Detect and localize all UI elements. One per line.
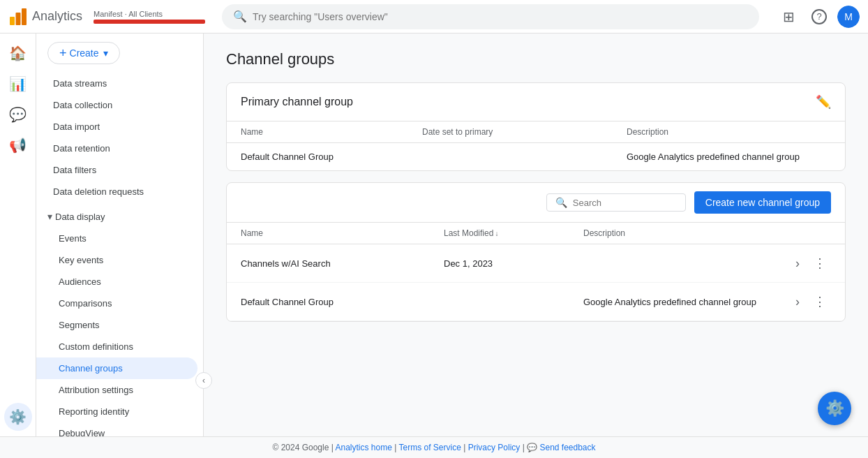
plus-icon: + — [59, 47, 67, 59]
apps-icon: ⊞ — [783, 8, 795, 25]
col-date: Date set to primary — [422, 127, 627, 137]
sidebar-item-data-import[interactable]: Data import — [36, 116, 197, 138]
sidebar-section-data-display[interactable]: ▾ Data display — [36, 205, 203, 228]
row-description: Google Analytics predefined channel grou… — [583, 297, 786, 307]
nav-settings[interactable]: ⚙️ — [4, 403, 32, 431]
col-name: Name — [241, 127, 422, 137]
table-row: Default Channel Group Google Analytics p… — [227, 283, 845, 321]
sidebar-item-label: Audiences — [59, 276, 101, 287]
search-icon: 🔍 — [555, 197, 567, 208]
privacy-link[interactable]: Privacy Policy — [468, 443, 521, 452]
chevron-down-icon: ▾ — [103, 47, 108, 59]
sidebar-item-data-streams[interactable]: Data streams — [36, 73, 197, 94]
primary-table-header: Name Date set to primary Description — [227, 121, 845, 143]
sidebar-item-label: Attribution settings — [59, 385, 133, 395]
nav-home[interactable]: 🏠 — [4, 39, 32, 67]
sidebar-item-reporting-identity[interactable]: Reporting identity — [36, 401, 197, 422]
sidebar-item-label: Data filters — [53, 165, 96, 175]
sidebar-item-label: Data retention — [53, 143, 110, 154]
feedback-icon: 💬 — [527, 443, 537, 452]
edit-button[interactable]: ✏️ — [816, 94, 831, 110]
create-channel-group-button[interactable]: Create new channel group — [694, 191, 831, 214]
primary-row-description: Google Analytics predefined channel grou… — [627, 152, 831, 162]
help-button[interactable]: ? — [807, 4, 832, 29]
search-bar[interactable]: 🔍 — [222, 4, 759, 29]
sidebar-item-data-retention[interactable]: Data retention — [36, 138, 197, 159]
sidebar-item-data-collection[interactable]: Data collection — [36, 94, 197, 116]
logo[interactable]: Analytics — [8, 7, 82, 27]
copyright: © 2024 Google — [272, 443, 329, 452]
list-table-header: Name Last Modified ↓ Description — [227, 222, 845, 244]
sidebar-item-label: Channel groups — [59, 363, 123, 374]
nav-explore[interactable]: 💬 — [4, 101, 32, 128]
main-layout: 🏠 📊 💬 📢 ⚙️ + Create ▾ Data streams Data … — [0, 34, 868, 436]
row-more-button[interactable]: ⋮ — [809, 291, 831, 312]
primary-row-name: Default Channel Group — [241, 152, 422, 162]
avatar[interactable]: M — [837, 6, 860, 28]
apps-button[interactable]: ⊞ — [776, 4, 801, 29]
sidebar-item-label: Custom definitions — [59, 341, 133, 352]
sidebar-item-data-filters[interactable]: Data filters — [36, 159, 197, 181]
row-expand-button[interactable]: › — [786, 292, 809, 312]
sidebar-collapse-button[interactable]: ‹ — [195, 372, 212, 389]
primary-channel-group-card: Primary channel group ✏️ Name Date set t… — [226, 82, 846, 171]
table-row: Channels w/AI Search Dec 1, 2023 › ⋮ — [227, 244, 845, 283]
logo-text: Analytics — [32, 9, 82, 24]
sidebar-item-label: Data collection — [53, 100, 112, 110]
nav-icons: 🏠 📊 💬 📢 ⚙️ — [0, 34, 36, 436]
topbar-actions: ⊞ ? M — [776, 4, 860, 29]
primary-table-row: Default Channel Group Google Analytics p… — [227, 143, 845, 170]
property-selector[interactable]: Manifest · All Clients — [93, 10, 205, 24]
svg-text:M: M — [844, 11, 853, 22]
list-col-modified[interactable]: Last Modified ↓ — [444, 228, 583, 238]
sidebar-item-audiences[interactable]: Audiences — [36, 271, 197, 293]
settings-fab[interactable]: ⚙️ — [818, 392, 851, 425]
primary-card-header: Primary channel group ✏️ — [227, 83, 845, 121]
sidebar-item-data-deletion[interactable]: Data deletion requests — [36, 181, 197, 202]
sidebar-item-debugview[interactable]: DebugView — [36, 422, 197, 436]
row-more-button[interactable]: ⋮ — [809, 253, 831, 274]
sidebar-item-label: Data streams — [53, 78, 107, 89]
sidebar-item-label: Key events — [59, 255, 103, 265]
search-input[interactable] — [253, 11, 748, 22]
terms-link[interactable]: Terms of Service — [398, 443, 461, 452]
sidebar-item-custom-definitions[interactable]: Custom definitions — [36, 336, 197, 357]
analytics-home-link[interactable]: Analytics home — [336, 443, 392, 452]
create-button[interactable]: + Create ▾ — [47, 42, 120, 64]
sidebar-item-comparisons[interactable]: Comparisons — [36, 293, 197, 314]
search-icon: 🔍 — [233, 10, 247, 23]
settings-fab-icon: ⚙️ — [825, 399, 844, 418]
topbar: Analytics Manifest · All Clients 🔍 ⊞ ? M — [0, 0, 868, 34]
nav-reports[interactable]: 📊 — [4, 70, 32, 98]
sidebar-item-channel-groups[interactable]: Channel groups — [36, 357, 197, 379]
svg-rect-0 — [10, 17, 15, 25]
sidebar-item-label: Data import — [53, 121, 100, 132]
footer: © 2024 Google | Analytics home | Terms o… — [0, 436, 868, 458]
content-area: Channel groups Primary channel group ✏️ … — [204, 34, 868, 436]
sidebar-item-label: Events — [59, 233, 87, 244]
sidebar-item-attribution-settings[interactable]: Attribution settings — [36, 379, 197, 401]
create-label: Create — [70, 47, 99, 59]
sidebar-create-section: + Create ▾ — [36, 34, 203, 73]
primary-card-title: Primary channel group — [241, 96, 353, 108]
list-col-description: Description — [583, 228, 786, 238]
sidebar-item-key-events[interactable]: Key events — [36, 249, 197, 271]
feedback-link[interactable]: Send feedback — [539, 443, 595, 452]
channel-groups-list-card: 🔍 Create new channel group Name Last Mod… — [226, 182, 846, 322]
list-search-input[interactable] — [573, 198, 677, 208]
list-card-toolbar: 🔍 Create new channel group — [227, 183, 845, 222]
sidebar-item-label: Data deletion requests — [53, 186, 144, 197]
row-expand-button[interactable]: › — [786, 253, 809, 274]
sidebar: + Create ▾ Data streams Data collection … — [36, 34, 204, 436]
page-title: Channel groups — [226, 50, 846, 68]
svg-rect-2 — [22, 8, 27, 25]
list-col-name: Name — [241, 228, 444, 238]
nav-advertising[interactable]: 📢 — [4, 131, 32, 159]
property-bar — [93, 20, 205, 24]
list-search-box[interactable]: 🔍 — [546, 193, 686, 212]
sidebar-item-events[interactable]: Events — [36, 228, 197, 249]
sidebar-item-label: Comparisons — [59, 298, 112, 309]
row-name: Default Channel Group — [241, 297, 444, 307]
logo-icon — [8, 7, 28, 27]
sidebar-item-segments[interactable]: Segments — [36, 314, 197, 336]
